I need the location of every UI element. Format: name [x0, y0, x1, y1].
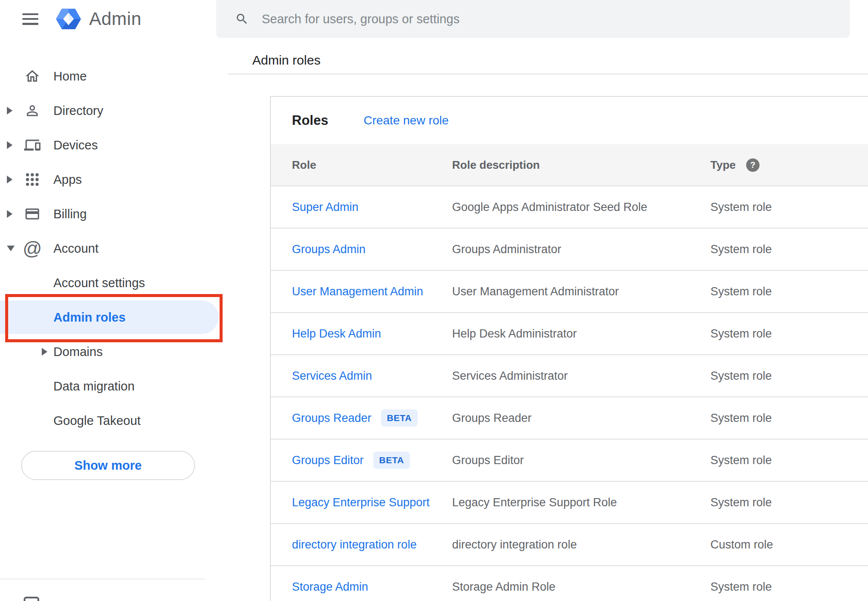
sidebar-item-label: Account settings	[53, 276, 145, 290]
sidebar-header: Admin	[0, 0, 228, 38]
chevron-down-icon[interactable]	[7, 246, 15, 251]
role-description: User Management Administrator	[452, 285, 619, 298]
sidebar-item-account[interactable]: @ Account	[0, 231, 228, 266]
admin-logo-icon	[55, 6, 82, 31]
sidebar-item-label: Devices	[53, 138, 98, 152]
google-admin-console: Admin Home Directory Devices Apps Billin…	[0, 0, 868, 601]
sidebar-item-admin-roles[interactable]: Admin roles	[0, 300, 228, 335]
table-row: Groups Reader BETA Groups Reader System …	[271, 397, 868, 440]
role-link[interactable]: Legacy Enterprise Support	[292, 496, 430, 509]
role-description: directory integration role	[452, 538, 577, 551]
role-type: System role	[710, 285, 772, 298]
sidebar-item-label: Data migration	[53, 379, 135, 393]
sidebar-item-label: Account	[53, 242, 99, 256]
role-description: Services Administrator	[452, 369, 568, 383]
table-row: Groups Admin Groups Administrator System…	[271, 229, 868, 271]
role-type: System role	[710, 496, 772, 509]
chevron-right-icon[interactable]	[7, 176, 12, 183]
devices-icon	[23, 136, 42, 155]
column-header-role-description: Role description	[452, 158, 710, 172]
role-link[interactable]: Services Admin	[292, 369, 372, 383]
chevron-right-icon[interactable]	[7, 141, 12, 149]
table-row: Services Admin Services Administrator Sy…	[271, 355, 868, 397]
breadcrumb: Admin roles	[252, 50, 320, 71]
role-link[interactable]: Super Admin	[292, 201, 359, 214]
role-link[interactable]: Groups Editor	[292, 454, 364, 467]
sidebar-item-label: Apps	[53, 173, 82, 187]
table-row: Groups Editor BETA Groups Editor System …	[271, 440, 868, 482]
chevron-right-icon[interactable]	[42, 348, 47, 356]
role-link[interactable]: Groups Reader	[292, 412, 372, 425]
beta-badge: BETA	[381, 409, 418, 427]
create-new-role-link[interactable]: Create new role	[363, 114, 449, 127]
sidebar-nav: Home Directory Devices Apps Billing @ Ac…	[0, 59, 228, 438]
role-description: Help Desk Administrator	[452, 327, 577, 341]
role-type: System role	[710, 327, 772, 341]
role-description: Groups Editor	[452, 454, 524, 467]
role-type: System role	[710, 201, 772, 214]
role-type: System role	[710, 369, 772, 383]
table-row: User Management Admin User Management Ad…	[271, 271, 868, 313]
role-type: System role	[710, 580, 772, 594]
search-bar[interactable]	[216, 0, 850, 38]
sidebar-item-label: Home	[53, 69, 87, 84]
table-row: Help Desk Admin Help Desk Administrator …	[271, 313, 868, 355]
search-input[interactable]	[262, 6, 850, 32]
role-link[interactable]: User Management Admin	[292, 285, 423, 298]
chevron-right-icon[interactable]	[7, 107, 12, 115]
billing-icon	[23, 204, 42, 223]
sidebar-item-home[interactable]: Home	[0, 59, 228, 93]
at-icon: @	[23, 239, 42, 258]
role-link[interactable]: Help Desk Admin	[292, 327, 381, 341]
sidebar-item-directory[interactable]: Directory	[0, 93, 228, 128]
sidebar-item-label: Admin roles	[53, 310, 126, 325]
roles-card-header: Roles Create new role	[271, 97, 868, 144]
sidebar-item-label: Google Takeout	[53, 414, 141, 428]
partial-bottom-icon	[24, 597, 39, 601]
show-more-button[interactable]: Show more	[21, 451, 195, 480]
sidebar-item-label: Billing	[53, 207, 87, 221]
person-icon	[23, 101, 42, 120]
roles-table-body: Super Admin Google Apps Administrator Se…	[271, 186, 868, 601]
column-header-role: Role	[271, 158, 452, 172]
role-type: System role	[710, 412, 772, 425]
role-description: Legacy Enterprise Support Role	[452, 496, 617, 509]
role-description: Storage Admin Role	[452, 580, 555, 594]
table-row: directory integration role directory int…	[271, 524, 868, 566]
role-description: Groups Reader	[452, 412, 532, 425]
app-title: Admin	[89, 9, 142, 29]
apps-icon	[23, 170, 42, 189]
role-link[interactable]: directory integration role	[292, 538, 417, 551]
sidebar-item-apps[interactable]: Apps	[0, 162, 228, 197]
column-header-type: Type ?	[710, 158, 868, 172]
role-link[interactable]: Storage Admin	[292, 580, 368, 594]
table-row: Super Admin Google Apps Administrator Se…	[271, 186, 868, 229]
sidebar-item-billing[interactable]: Billing	[0, 197, 228, 231]
beta-badge: BETA	[373, 452, 410, 469]
role-description: Groups Administrator	[452, 243, 561, 256]
table-row: Legacy Enterprise Support Legacy Enterpr…	[271, 482, 868, 524]
table-row: Storage Admin Storage Admin Role System …	[271, 566, 868, 601]
help-icon[interactable]: ?	[746, 158, 760, 172]
role-type: Custom role	[710, 538, 773, 551]
sidebar-item-account-settings[interactable]: Account settings	[0, 266, 228, 300]
sidebar-item-data-migration[interactable]: Data migration	[0, 369, 228, 403]
home-icon	[23, 67, 42, 86]
role-type: System role	[710, 243, 772, 256]
search-icon	[235, 12, 249, 26]
sidebar-item-label: Domains	[53, 345, 102, 359]
role-link[interactable]: Groups Admin	[292, 243, 366, 256]
sidebar-item-google-takeout[interactable]: Google Takeout	[0, 403, 228, 438]
page-title: Roles	[292, 113, 328, 128]
sidebar-item-devices[interactable]: Devices	[0, 128, 228, 162]
role-description: Google Apps Administrator Seed Role	[452, 201, 647, 214]
sidebar: Admin Home Directory Devices Apps Billin…	[0, 0, 228, 601]
sidebar-item-label: Directory	[53, 104, 103, 118]
chevron-right-icon[interactable]	[7, 210, 12, 218]
roles-card: Roles Create new role Role Role descript…	[270, 96, 868, 601]
breadcrumb-divider	[228, 74, 868, 74]
sidebar-item-domains[interactable]: Domains	[0, 335, 228, 369]
sidebar-divider	[0, 579, 205, 579]
role-type: System role	[710, 454, 772, 467]
menu-icon[interactable]	[22, 13, 38, 25]
